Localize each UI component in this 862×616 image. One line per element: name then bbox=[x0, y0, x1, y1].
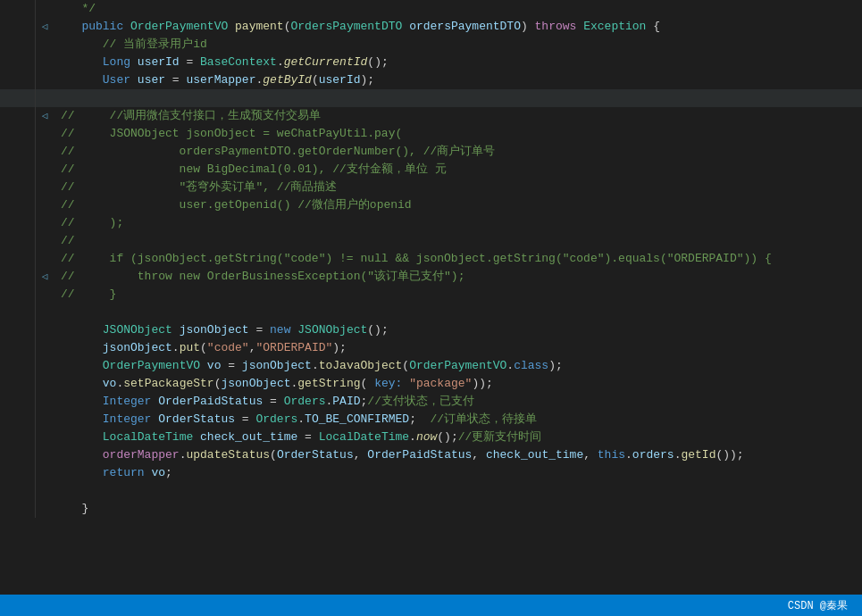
code-line: LocalDateTime check_out_time = LocalDate… bbox=[0, 429, 862, 446]
line-gutter bbox=[36, 286, 54, 304]
line-gutter bbox=[36, 179, 54, 196]
line-content: */ bbox=[54, 0, 862, 18]
code-line: // ); bbox=[0, 214, 862, 232]
line-content: // ordersPaymentDTO.getOrderNumber(), //… bbox=[54, 143, 862, 161]
code-line bbox=[0, 304, 862, 321]
line-gutter bbox=[36, 464, 54, 482]
line-gutter bbox=[36, 54, 54, 71]
line-number bbox=[0, 321, 36, 339]
line-number bbox=[0, 214, 36, 232]
line-gutter bbox=[36, 321, 54, 339]
line-gutter: ◁ bbox=[36, 18, 54, 36]
line-number bbox=[0, 107, 36, 125]
line-gutter bbox=[36, 196, 54, 214]
line-content: vo.setPackageStr(jsonObject.getString( k… bbox=[54, 375, 862, 393]
line-content: return vo; bbox=[54, 464, 862, 482]
line-number bbox=[0, 500, 36, 518]
code-line: Long userId = BaseContext.getCurrentId()… bbox=[0, 54, 862, 71]
line-number bbox=[0, 429, 36, 446]
line-content: Integer OrderPaidStatus = Orders.PAID;//… bbox=[54, 393, 862, 411]
line-number bbox=[0, 446, 36, 464]
line-number bbox=[0, 482, 36, 500]
code-line: // bbox=[0, 232, 862, 250]
code-line: // ordersPaymentDTO.getOrderNumber(), //… bbox=[0, 143, 862, 161]
line-gutter bbox=[36, 36, 54, 54]
line-gutter bbox=[36, 71, 54, 89]
code-line: // 当前登录用户id bbox=[0, 36, 862, 54]
line-number bbox=[0, 161, 36, 179]
code-line bbox=[0, 482, 862, 500]
line-number bbox=[0, 18, 36, 36]
line-content bbox=[54, 89, 862, 107]
code-line: JSONObject jsonObject = new JSONObject()… bbox=[0, 321, 862, 339]
line-content: // user.getOpenid() //微信用户的openid bbox=[54, 196, 862, 214]
line-content: // new BigDecimal(0.01), //支付金额，单位 元 bbox=[54, 161, 862, 179]
code-line: // } bbox=[0, 286, 862, 304]
line-content: // JSONObject jsonObject = weChatPayUtil… bbox=[54, 125, 862, 143]
line-number bbox=[0, 232, 36, 250]
line-gutter bbox=[36, 500, 54, 518]
line-content: // } bbox=[54, 286, 862, 304]
line-gutter bbox=[36, 0, 54, 18]
code-line: ◁ public OrderPaymentVO payment(OrdersPa… bbox=[0, 18, 862, 36]
line-number bbox=[0, 0, 36, 18]
line-content: // throw new OrderBusinessException("该订单… bbox=[54, 268, 862, 286]
status-bar: CSDN @秦果 bbox=[0, 595, 862, 616]
line-number bbox=[0, 36, 36, 54]
line-number bbox=[0, 375, 36, 393]
line-number bbox=[0, 464, 36, 482]
line-gutter bbox=[36, 357, 54, 375]
code-area: */ ◁ public OrderPaymentVO payment(Order… bbox=[0, 0, 862, 595]
code-line: return vo; bbox=[0, 464, 862, 482]
code-line: // JSONObject jsonObject = weChatPayUtil… bbox=[0, 125, 862, 143]
line-number bbox=[0, 71, 36, 89]
line-gutter bbox=[36, 482, 54, 500]
code-line: OrderPaymentVO vo = jsonObject.toJavaObj… bbox=[0, 357, 862, 375]
code-line: */ bbox=[0, 0, 862, 18]
code-line bbox=[0, 89, 862, 107]
line-content bbox=[54, 482, 862, 500]
line-content: Integer OrderStatus = Orders.TO_BE_CONFI… bbox=[54, 411, 862, 429]
line-number bbox=[0, 179, 36, 196]
line-number bbox=[0, 250, 36, 268]
code-container: */ ◁ public OrderPaymentVO payment(Order… bbox=[0, 0, 862, 616]
line-content: OrderPaymentVO vo = jsonObject.toJavaObj… bbox=[54, 357, 862, 375]
status-bar-text: CSDN @秦果 bbox=[788, 598, 848, 613]
code-line: User user = userMapper.getById(userId); bbox=[0, 71, 862, 89]
line-content: } bbox=[54, 500, 862, 518]
line-content: jsonObject.put("code","ORDERPAID"); bbox=[54, 339, 862, 357]
line-content: Long userId = BaseContext.getCurrentId()… bbox=[54, 54, 862, 71]
line-gutter bbox=[36, 411, 54, 429]
line-number bbox=[0, 357, 36, 375]
line-gutter bbox=[36, 446, 54, 464]
code-line: Integer OrderStatus = Orders.TO_BE_CONFI… bbox=[0, 411, 862, 429]
line-gutter bbox=[36, 89, 54, 107]
line-gutter bbox=[36, 304, 54, 321]
code-line: // new BigDecimal(0.01), //支付金额，单位 元 bbox=[0, 161, 862, 179]
line-gutter bbox=[36, 143, 54, 161]
code-line: vo.setPackageStr(jsonObject.getString( k… bbox=[0, 375, 862, 393]
line-number bbox=[0, 196, 36, 214]
code-line: // user.getOpenid() //微信用户的openid bbox=[0, 196, 862, 214]
line-gutter bbox=[36, 375, 54, 393]
line-gutter bbox=[36, 125, 54, 143]
line-number bbox=[0, 89, 36, 107]
line-content: orderMapper.updateStatus(OrderStatus, Or… bbox=[54, 446, 862, 464]
line-content: public OrderPaymentVO payment(OrdersPaym… bbox=[54, 18, 862, 36]
code-line: ◁ // //调用微信支付接口，生成预支付交易单 bbox=[0, 107, 862, 125]
line-gutter bbox=[36, 339, 54, 357]
line-content bbox=[54, 304, 862, 321]
line-number bbox=[0, 125, 36, 143]
line-content: LocalDateTime check_out_time = LocalDate… bbox=[54, 429, 862, 446]
line-content: // if (jsonObject.getString("code") != n… bbox=[54, 250, 862, 268]
code-line: } bbox=[0, 500, 862, 518]
line-gutter bbox=[36, 250, 54, 268]
code-line: Integer OrderPaidStatus = Orders.PAID;//… bbox=[0, 393, 862, 411]
line-content: // bbox=[54, 232, 862, 250]
code-line: orderMapper.updateStatus(OrderStatus, Or… bbox=[0, 446, 862, 464]
line-number bbox=[0, 411, 36, 429]
line-gutter bbox=[36, 393, 54, 411]
line-gutter: ◁ bbox=[36, 268, 54, 286]
line-content: // ); bbox=[54, 214, 862, 232]
line-number bbox=[0, 286, 36, 304]
